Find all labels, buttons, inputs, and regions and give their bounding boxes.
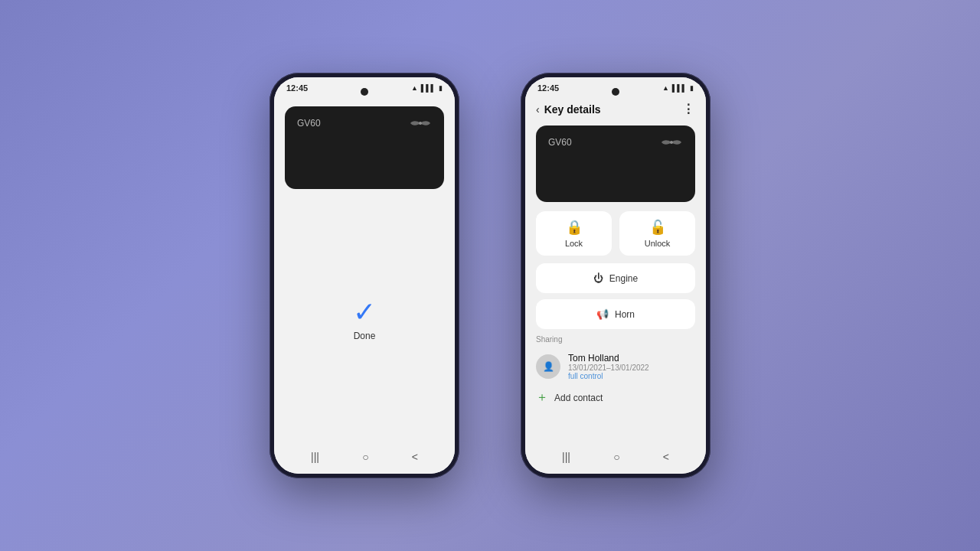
svg-point-1 bbox=[670, 141, 673, 144]
sharing-title: Sharing bbox=[536, 335, 695, 344]
unlock-icon: 🔓 bbox=[649, 219, 666, 236]
recent-apps-icon-left[interactable]: ||| bbox=[311, 451, 319, 463]
status-bar-left: 12:45 ▲ ▌▌▌ ▮ bbox=[274, 77, 455, 96]
nav-bar-right: ||| ○ < bbox=[525, 443, 706, 474]
key-details-header: ‹ Key details ⋮ bbox=[525, 96, 706, 122]
avatar-initial: 👤 bbox=[543, 361, 554, 372]
engine-button[interactable]: ⏻ Engine bbox=[536, 263, 695, 293]
status-time-left: 12:45 bbox=[286, 83, 308, 93]
unlock-label: Unlock bbox=[645, 239, 671, 248]
done-label: Done bbox=[354, 331, 376, 341]
contact-access: full control bbox=[568, 372, 695, 380]
contact-dates: 13/01/2021–13/01/2022 bbox=[568, 364, 695, 372]
back-icon-right[interactable]: < bbox=[663, 451, 669, 463]
signal-icon: ▌▌▌ bbox=[421, 84, 436, 92]
contact-info: Tom Holland 13/01/2021–13/01/2022 full c… bbox=[568, 353, 695, 380]
battery-icon-right: ▮ bbox=[690, 84, 694, 92]
lock-icon: 🔒 bbox=[566, 219, 583, 236]
car-card-left: GV60 bbox=[285, 106, 444, 189]
genesis-logo-right bbox=[660, 136, 683, 148]
car-card-right: GV60 bbox=[536, 126, 695, 202]
home-icon-left[interactable]: ○ bbox=[362, 451, 368, 463]
wifi-icon-right: ▲ bbox=[662, 84, 669, 92]
camera-notch-left bbox=[361, 88, 368, 96]
phone-right: 12:45 ▲ ▌▌▌ ▮ ‹ Key details ⋮ GV60 bbox=[521, 73, 710, 478]
status-time-right: 12:45 bbox=[537, 83, 559, 93]
back-button[interactable]: ‹ bbox=[536, 103, 540, 116]
phone-left-content: GV60 ✓ Done bbox=[274, 96, 455, 443]
wifi-icon: ▲ bbox=[411, 84, 418, 92]
sharing-section: Sharing 👤 Tom Holland 13/01/2021–13/01/2… bbox=[536, 335, 695, 383]
horn-button[interactable]: 📢 Horn bbox=[536, 299, 695, 329]
back-icon-left[interactable]: < bbox=[412, 451, 418, 463]
check-icon: ✓ bbox=[353, 298, 376, 326]
lock-button[interactable]: 🔒 Lock bbox=[536, 211, 612, 256]
done-area: ✓ Done bbox=[274, 197, 455, 443]
home-icon-right[interactable]: ○ bbox=[613, 451, 619, 463]
add-contact-row[interactable]: ＋ Add contact bbox=[536, 383, 695, 412]
unlock-button[interactable]: 🔓 Unlock bbox=[619, 211, 695, 256]
recent-apps-icon-right[interactable]: ||| bbox=[562, 451, 570, 463]
engine-label: Engine bbox=[609, 273, 638, 284]
page-title: Key details bbox=[544, 103, 601, 116]
more-options-button[interactable]: ⋮ bbox=[682, 102, 695, 116]
add-contact-icon: ＋ bbox=[536, 390, 548, 406]
horn-icon: 📢 bbox=[596, 308, 609, 320]
engine-icon: ⏻ bbox=[593, 272, 603, 284]
status-bar-right: 12:45 ▲ ▌▌▌ ▮ bbox=[525, 77, 706, 96]
status-icons-right: ▲ ▌▌▌ ▮ bbox=[662, 84, 694, 92]
key-details-scroll[interactable]: GV60 🔒 Lock 🔓 bbox=[525, 122, 706, 443]
genesis-logo-left bbox=[409, 117, 432, 129]
lock-unlock-row: 🔒 Lock 🔓 Unlock bbox=[536, 211, 695, 256]
contact-avatar: 👤 bbox=[536, 354, 560, 379]
battery-icon: ▮ bbox=[439, 84, 443, 92]
car-model-right: GV60 bbox=[548, 137, 572, 148]
add-contact-label: Add contact bbox=[554, 393, 603, 403]
car-model-left: GV60 bbox=[297, 118, 321, 129]
camera-notch-right bbox=[612, 88, 619, 96]
signal-icon-right: ▌▌▌ bbox=[672, 84, 687, 92]
horn-label: Horn bbox=[615, 309, 635, 320]
status-icons-left: ▲ ▌▌▌ ▮ bbox=[411, 84, 443, 92]
nav-bar-left: ||| ○ < bbox=[274, 443, 455, 474]
phone-left: 12:45 ▲ ▌▌▌ ▮ GV60 bbox=[270, 73, 459, 478]
contact-name: Tom Holland bbox=[568, 353, 695, 364]
contact-row: 👤 Tom Holland 13/01/2021–13/01/2022 full… bbox=[536, 350, 695, 383]
lock-label: Lock bbox=[565, 239, 583, 248]
svg-point-0 bbox=[419, 122, 422, 125]
